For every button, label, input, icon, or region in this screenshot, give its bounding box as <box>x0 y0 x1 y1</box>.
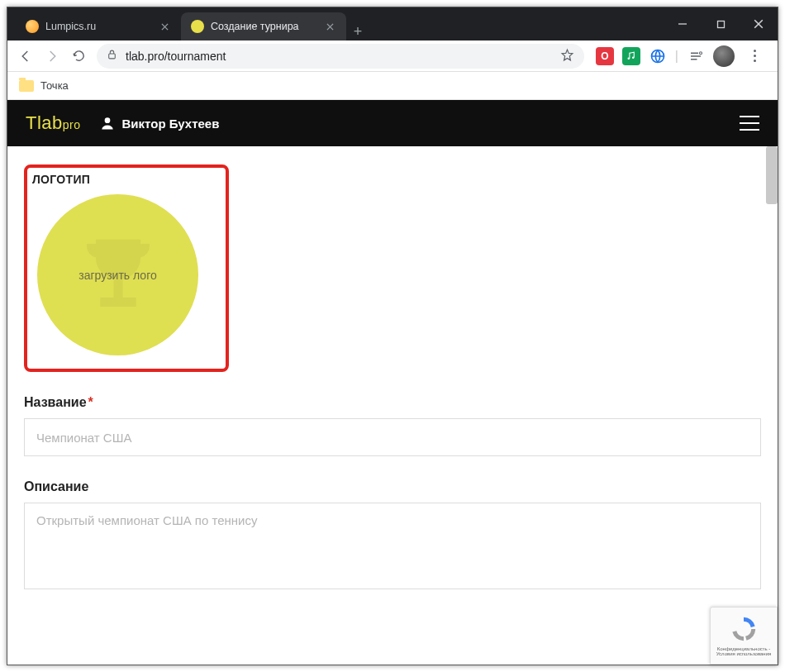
scrollbar-thumb[interactable] <box>766 146 778 204</box>
address-bar: tlab.pro/tournament O | <box>7 41 778 72</box>
url-text: tlab.pro/tournament <box>126 50 560 63</box>
description-input[interactable] <box>24 503 761 589</box>
window-titlebar: Lumpics.ru Создание турнира + <box>7 7 778 41</box>
window-minimize-button[interactable] <box>664 7 702 41</box>
recaptcha-badge[interactable]: Конфиденциальность - Условия использован… <box>710 607 778 665</box>
tab-title: Lumpics.ru <box>45 21 153 32</box>
nav-reload-button[interactable] <box>65 43 92 69</box>
extension-reader-icon[interactable] <box>687 47 705 65</box>
required-mark: * <box>88 395 93 409</box>
svg-point-3 <box>632 56 634 58</box>
extension-music-icon[interactable] <box>622 47 640 65</box>
omnibox[interactable]: tlab.pro/tournament <box>97 44 584 69</box>
browser-menu-button[interactable] <box>743 50 766 62</box>
logo-upload-text: загрузить лого <box>78 269 156 282</box>
site-menu-button[interactable] <box>740 116 759 131</box>
svg-rect-0 <box>717 21 724 27</box>
bookmark-star-icon[interactable] <box>560 48 574 64</box>
logo-section-label: ЛОГОТИП <box>32 173 216 186</box>
page-content: ЛОГОТИП загрузить лого Название* Описани… <box>7 146 778 663</box>
site-logo[interactable]: Tlabpro <box>26 112 81 134</box>
bookmarks-bar: Точка <box>7 72 778 100</box>
svg-point-5 <box>700 51 702 54</box>
browser-tab-lumpics[interactable]: Lumpics.ru <box>16 12 181 41</box>
svg-rect-1 <box>109 54 116 59</box>
nav-back-button[interactable] <box>12 43 39 69</box>
close-tab-icon[interactable] <box>323 20 336 33</box>
site-header: Tlabpro Виктор Бухтеев <box>7 100 778 146</box>
svg-point-2 <box>628 58 630 60</box>
close-tab-icon[interactable] <box>158 20 171 33</box>
window-close-button[interactable] <box>740 7 778 41</box>
profile-avatar[interactable] <box>713 45 735 67</box>
user-profile-link[interactable]: Виктор Бухтеев <box>99 115 220 131</box>
svg-point-6 <box>104 117 110 123</box>
recaptcha-line2: Условия использования <box>716 651 772 656</box>
recaptcha-icon <box>730 615 758 643</box>
favicon-icon <box>26 20 39 33</box>
bookmark-folder[interactable]: Точка <box>19 79 69 92</box>
description-field: Описание <box>24 479 761 593</box>
tab-title: Создание турнира <box>211 21 318 32</box>
window-maximize-button[interactable] <box>702 7 740 41</box>
bookmark-label: Точка <box>40 79 69 92</box>
name-field: Название* <box>24 395 761 456</box>
name-input[interactable] <box>24 418 761 456</box>
browser-tab-tournament[interactable]: Создание турнира <box>181 12 346 41</box>
logo-upload-button[interactable]: загрузить лого <box>37 194 198 355</box>
description-label: Описание <box>24 479 761 494</box>
extension-globe-icon[interactable] <box>649 47 667 65</box>
favicon-icon <box>191 20 204 33</box>
nav-forward-button[interactable] <box>39 43 65 69</box>
new-tab-button[interactable]: + <box>346 23 369 41</box>
name-label: Название* <box>24 395 761 410</box>
folder-icon <box>19 80 34 92</box>
user-icon <box>99 115 116 131</box>
lock-icon <box>107 49 117 63</box>
logo-upload-highlight: ЛОГОТИП загрузить лого <box>24 164 229 372</box>
extension-opera-icon[interactable]: O <box>596 47 614 65</box>
user-name: Виктор Бухтеев <box>122 117 220 131</box>
